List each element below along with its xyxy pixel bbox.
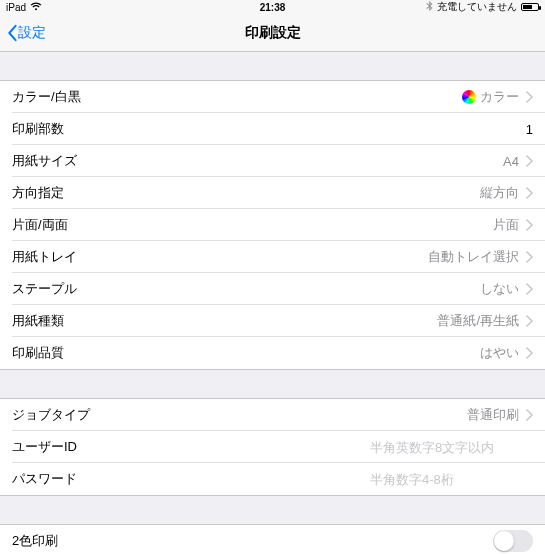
row-two-color: 2色印刷 [0, 525, 545, 554]
chevron-right-icon [525, 251, 533, 263]
row-password: パスワード [0, 463, 545, 495]
chevron-right-icon [525, 91, 533, 103]
chevron-right-icon [525, 347, 533, 359]
status-time: 21:38 [0, 2, 545, 13]
value-job-type: 普通印刷 [467, 406, 519, 424]
color-wheel-icon [462, 90, 476, 104]
row-duplex[interactable]: 片面/両面 片面 [0, 209, 545, 241]
row-staple[interactable]: ステープル しない [0, 273, 545, 305]
value-paper-size: A4 [503, 154, 519, 169]
value-copies: 1 [526, 122, 533, 137]
row-user-id: ユーザーID [0, 431, 545, 463]
label-color: カラー/白黒 [12, 88, 81, 106]
chevron-right-icon [525, 283, 533, 295]
row-paper-size[interactable]: 用紙サイズ A4 [0, 145, 545, 177]
user-id-input[interactable] [370, 440, 533, 455]
chevron-right-icon [525, 155, 533, 167]
status-bar: iPad 21:38 充電していません [0, 0, 545, 14]
label-two-color: 2色印刷 [12, 532, 58, 550]
label-quality: 印刷品質 [12, 344, 64, 362]
label-orientation: 方向指定 [12, 184, 64, 202]
chevron-right-icon [525, 409, 533, 421]
value-orientation: 縦方向 [480, 184, 519, 202]
value-paper-type: 普通紙/再生紙 [437, 312, 519, 330]
row-orientation[interactable]: 方向指定 縦方向 [0, 177, 545, 209]
page-title: 印刷設定 [0, 24, 545, 42]
chevron-right-icon [525, 315, 533, 327]
row-quality[interactable]: 印刷品質 はやい [0, 337, 545, 369]
value-color: カラー [480, 88, 519, 106]
row-copies[interactable]: 印刷部数 1 [0, 113, 545, 145]
row-paper-type[interactable]: 用紙種類 普通紙/再生紙 [0, 305, 545, 337]
value-quality: はやい [480, 344, 519, 362]
value-tray: 自動トレイ選択 [428, 248, 519, 266]
chevron-right-icon [525, 219, 533, 231]
label-tray: 用紙トレイ [12, 248, 77, 266]
battery-icon [521, 3, 539, 11]
label-paper-size: 用紙サイズ [12, 152, 77, 170]
label-job-type: ジョブタイプ [12, 406, 90, 424]
label-user-id: ユーザーID [12, 438, 77, 456]
label-duplex: 片面/両面 [12, 216, 68, 234]
value-duplex: 片面 [493, 216, 519, 234]
password-input[interactable] [370, 472, 533, 487]
settings-group-1: カラー/白黒 カラー 印刷部数 1 用紙サイズ A4 方向指定 縦方向 片面/両… [0, 80, 545, 370]
label-paper-type: 用紙種類 [12, 312, 64, 330]
label-copies: 印刷部数 [12, 120, 64, 138]
row-job-type[interactable]: ジョブタイプ 普通印刷 [0, 399, 545, 431]
settings-group-2: ジョブタイプ 普通印刷 ユーザーID パスワード [0, 398, 545, 496]
row-color[interactable]: カラー/白黒 カラー [0, 81, 545, 113]
two-color-toggle[interactable] [493, 530, 533, 552]
row-tray[interactable]: 用紙トレイ 自動トレイ選択 [0, 241, 545, 273]
label-password: パスワード [12, 470, 77, 488]
value-staple: しない [480, 280, 519, 298]
chevron-right-icon [525, 187, 533, 199]
settings-group-3: 2色印刷 [0, 524, 545, 554]
label-staple: ステープル [12, 280, 77, 298]
nav-bar: 設定 印刷設定 [0, 14, 545, 52]
